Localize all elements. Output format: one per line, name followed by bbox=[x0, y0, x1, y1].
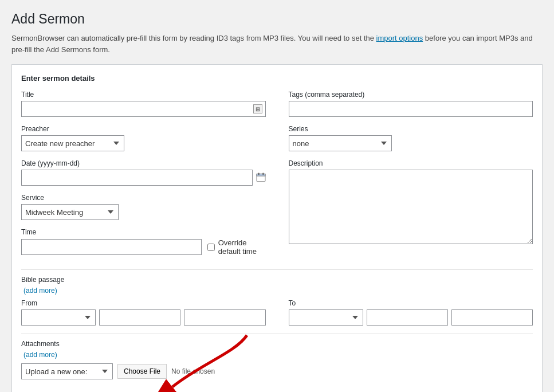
title-group: Title ⊞ bbox=[21, 91, 266, 117]
bible-label: Bible passage bbox=[21, 276, 533, 284]
service-label: Service bbox=[21, 194, 266, 202]
series-label: Series bbox=[289, 125, 533, 133]
time-input[interactable] bbox=[21, 239, 202, 255]
date-label: Date (yyyy-mm-dd) bbox=[21, 159, 266, 167]
import-options-link[interactable]: import options bbox=[376, 34, 423, 42]
sermon-details-panel: Enter sermon details Title ⊞ Preacher Cr… bbox=[11, 64, 543, 392]
bible-add-more-link[interactable]: (add more) bbox=[23, 287, 57, 295]
override-checkbox[interactable] bbox=[207, 244, 215, 251]
bible-from-verse[interactable] bbox=[184, 309, 265, 326]
from-label: From bbox=[21, 299, 266, 307]
bible-from-book[interactable] bbox=[21, 309, 96, 326]
attachments-label: Attachments bbox=[21, 340, 533, 348]
svg-rect-2 bbox=[258, 173, 259, 175]
bible-to-col: To bbox=[289, 299, 533, 326]
date-wrapper bbox=[21, 170, 266, 186]
panel-title: Enter sermon details bbox=[21, 74, 533, 83]
tags-group: Tags (comma separated) bbox=[289, 91, 533, 117]
arrow-container: Choose File bbox=[117, 364, 167, 379]
attachments-section: Attachments (add more) Upload a new one:… bbox=[21, 340, 533, 379]
bible-to-book[interactable] bbox=[289, 309, 363, 326]
description-label: Description bbox=[289, 159, 533, 167]
date-input[interactable] bbox=[21, 170, 253, 186]
time-row: Override default time bbox=[21, 238, 266, 256]
upload-type-select[interactable]: Upload a new one: bbox=[21, 363, 113, 379]
preacher-select[interactable]: Create new preacher bbox=[21, 135, 124, 151]
preacher-label: Preacher bbox=[21, 125, 266, 133]
bible-row: From To bbox=[21, 299, 533, 326]
tags-input[interactable] bbox=[289, 101, 533, 117]
series-select[interactable]: none bbox=[289, 135, 392, 151]
no-file-text: No file chosen bbox=[171, 367, 215, 375]
choose-file-button[interactable]: Choose File bbox=[117, 364, 167, 379]
title-label: Title bbox=[21, 91, 266, 99]
form-left-column: Title ⊞ Preacher Create new preacher Dat… bbox=[21, 91, 266, 264]
description-group: Description bbox=[289, 159, 533, 246]
form-right-column: Tags (comma separated) Series none Descr… bbox=[289, 91, 533, 264]
divider bbox=[21, 269, 533, 270]
divider2 bbox=[21, 334, 533, 334]
title-input-wrapper: ⊞ bbox=[21, 101, 266, 117]
override-row: Override default time bbox=[207, 238, 266, 256]
service-select[interactable]: Midweek Meeting bbox=[21, 204, 119, 220]
attachments-row: Upload a new one: Choose File No file ch… bbox=[21, 363, 533, 379]
to-label: To bbox=[289, 299, 533, 307]
red-arrow-annotation bbox=[155, 330, 258, 392]
series-group: Series none bbox=[289, 125, 533, 151]
override-label: Override default time bbox=[218, 238, 266, 256]
service-group: Service Midweek Meeting bbox=[21, 194, 266, 220]
bible-from-chapter[interactable] bbox=[99, 309, 180, 326]
form-columns: Title ⊞ Preacher Create new preacher Dat… bbox=[21, 91, 533, 264]
svg-rect-1 bbox=[256, 174, 265, 176]
bible-to-verse[interactable] bbox=[451, 309, 533, 326]
svg-rect-3 bbox=[262, 173, 264, 175]
bible-section: Bible passage (add more) From To bbox=[21, 276, 533, 326]
bible-from-col: From bbox=[21, 299, 266, 326]
title-input[interactable] bbox=[21, 101, 266, 117]
date-group: Date (yyyy-mm-dd) bbox=[21, 159, 266, 186]
bible-to-chapter[interactable] bbox=[367, 309, 448, 326]
intro-text: SermonBrowser can automatically pre-fill… bbox=[11, 33, 543, 55]
attachments-add-more-link[interactable]: (add more) bbox=[23, 351, 57, 359]
tags-label: Tags (comma separated) bbox=[289, 91, 533, 99]
time-label: Time bbox=[21, 228, 266, 236]
description-textarea[interactable] bbox=[289, 170, 533, 244]
page-title: Add Sermon bbox=[11, 11, 543, 27]
title-input-icon[interactable]: ⊞ bbox=[253, 104, 262, 113]
preacher-group: Preacher Create new preacher bbox=[21, 125, 266, 151]
calendar-icon[interactable] bbox=[256, 173, 266, 183]
bible-from-row bbox=[21, 309, 266, 326]
time-group: Time Override default time bbox=[21, 228, 266, 256]
bible-to-row bbox=[289, 309, 533, 326]
